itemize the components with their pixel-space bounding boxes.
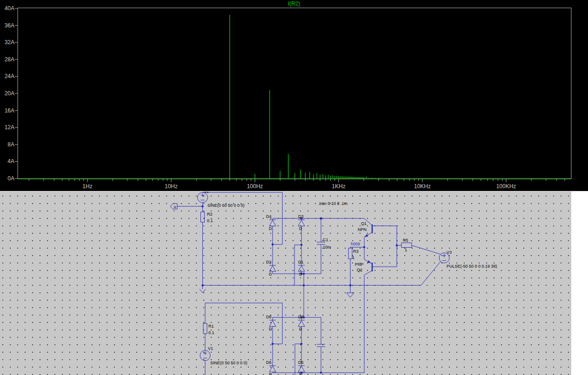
ground-symbol[interactable] (347, 293, 354, 297)
fft-plot[interactable]: 40A36A32A28A24A20A16A12A8A4A0A1Hz10Hz100… (0, 0, 588, 191)
component-ref: D6 (266, 360, 272, 365)
component-value: 10m (323, 245, 331, 250)
component-ref: R5 (403, 238, 408, 243)
component-model: D (269, 327, 272, 331)
component-D4[interactable]: D4 D (266, 214, 276, 231)
component-ref: D4 (266, 214, 272, 219)
component-value: PULSE(-50 50 0 0 0.19 38) (447, 264, 497, 269)
component-ref: D7 (298, 315, 304, 319)
component-D8[interactable]: D8 D (266, 315, 276, 331)
plus-minus-marks (442, 254, 446, 261)
y-axis-label: 24A (5, 73, 14, 79)
x-axis-label: 1KHz (332, 183, 345, 190)
y-axis-label: 0A (7, 175, 14, 182)
y-axis-label: 40A (5, 5, 14, 12)
net-flag-label: u (174, 204, 176, 209)
x-axis-label: 10KHz (414, 183, 431, 190)
component-value: SINE(0 50 50 0 0 0) (207, 203, 245, 208)
component-ref: V3 (447, 250, 452, 255)
component-D2[interactable]: D2 D (266, 260, 276, 276)
spice-directive[interactable]: .tran 0 10 3 .1m (318, 201, 347, 206)
x-axis-label: 1Hz (82, 183, 92, 190)
y-axis-label: 8A (7, 141, 14, 148)
component-ref: D1 (298, 260, 304, 264)
pnp-emitter-arrow (368, 260, 371, 263)
x-axis-label: 100KHz (496, 183, 516, 190)
component-ref: R1 (208, 324, 214, 329)
wires[interactable] (177, 192, 441, 375)
component-C1[interactable]: C1 10m (317, 237, 331, 250)
component-ref: V1 (208, 346, 213, 351)
component-C2[interactable] (317, 344, 325, 347)
plus-minus-marks (201, 193, 205, 200)
component-ref: C1 (323, 237, 328, 242)
component-R5[interactable]: R5 1 (401, 238, 412, 252)
component-ref: Q2 (357, 268, 362, 272)
ltspice-window: I(R2) 40A36A32A28A24A20A16A12A8A4A0A1Hz1… (0, 0, 588, 375)
y-axis-label: 36A (5, 22, 14, 29)
component-model: D (299, 226, 302, 231)
x-axis-label: 100Hz (247, 183, 263, 190)
component-R3[interactable]: R3 1 (348, 248, 359, 260)
component-value: 1 (405, 248, 407, 252)
component-ref: D2 (266, 260, 272, 264)
component-ref: V2 (204, 191, 209, 194)
component-value: 0.1 (207, 218, 213, 223)
component-model: D (269, 226, 272, 231)
component-ref: R2 (207, 212, 213, 217)
net-flag-u[interactable]: u (170, 204, 177, 209)
ground-symbol[interactable] (200, 289, 206, 293)
component-Q2[interactable]: PNP Q2 (355, 260, 372, 272)
component-ref: Q1 (361, 221, 367, 226)
waveform-pane[interactable]: I(R2) 40A36A32A28A24A20A16A12A8A4A0A1Hz1… (0, 0, 588, 191)
component-model: D (269, 372, 272, 375)
component-model: PNP (355, 262, 364, 267)
component-V1[interactable]: V1 SINE(0 50 50 0 0 0) (200, 346, 247, 365)
y-axis-label: 16A (5, 107, 14, 114)
component-R2[interactable]: R2 0.1 (201, 212, 213, 223)
plus-minus-marks (203, 351, 207, 358)
component-model: NPN (358, 227, 367, 232)
component-model: D (299, 272, 302, 276)
y-axis-label: 20A (5, 90, 14, 97)
component-model: D (299, 372, 302, 375)
schematic-pane[interactable]: u .tran 0 10 3 .1m V2 SINE(0 50 50 0 0 0… (0, 191, 588, 375)
y-axis-label: 4A (7, 158, 14, 164)
component-ref: D5 (298, 360, 304, 365)
component-model: D (299, 327, 302, 331)
component-model: D (269, 272, 272, 276)
component-ref: R3 (353, 249, 359, 254)
component-ref: D3 (298, 214, 304, 219)
y-axis-label: 12A (5, 124, 14, 131)
component-V2[interactable]: V2 SINE(0 50 50 0 0 0) (198, 191, 245, 208)
component-value: SINE(0 50 50 0 0 0) (210, 361, 247, 365)
schematic-right-margin (571, 191, 588, 375)
component-value: 1 (352, 255, 354, 260)
component-ref: D8 (266, 315, 272, 319)
component-V3[interactable]: V3 PULSE(-50 50 0 0 0.19 38) (439, 250, 497, 269)
x-axis-label: 10Hz (165, 183, 178, 190)
component-D3[interactable]: D3 D (298, 214, 305, 231)
npn-emitter-arrow (365, 234, 368, 237)
component-value: 0.1 (208, 330, 214, 335)
net-label-h008[interactable]: h008 (351, 242, 360, 246)
y-axis-label: 32A (5, 39, 14, 46)
schematic-canvas[interactable]: u .tran 0 10 3 .1m V2 SINE(0 50 50 0 0 0… (0, 191, 588, 375)
y-axis-label: 28A (5, 56, 14, 63)
component-R1[interactable]: R1 0.1 (203, 323, 214, 335)
